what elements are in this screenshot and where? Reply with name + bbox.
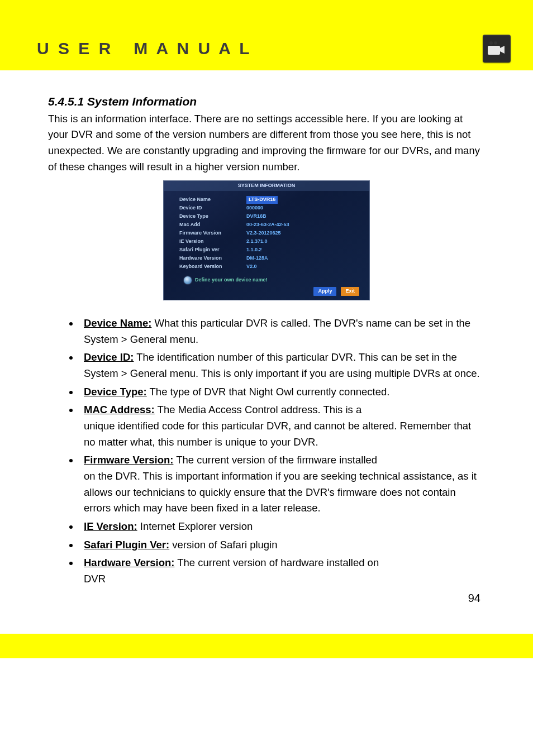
list-item: Firmware Version: The current version of… xyxy=(79,452,485,516)
section-heading: 5.4.5.1 System Information xyxy=(48,93,485,111)
lightbulb-icon xyxy=(184,276,192,284)
dialog-tip-text: Define your own device name! xyxy=(195,276,268,284)
dialog-row: Keyboard VersionV2.0 xyxy=(179,262,361,271)
term-label: Device ID: xyxy=(84,351,134,363)
dialog-row: Hardware VersionDM-128A xyxy=(179,254,361,262)
svg-marker-1 xyxy=(500,46,505,54)
dialog-body: Device NameLTS-DVR16Device ID000000Devic… xyxy=(164,191,369,271)
term-text: The Media Access Control address. This i… xyxy=(155,404,362,415)
term-text: The current version of the firmware inst… xyxy=(173,454,377,466)
list-item: Hardware Version: The current version of… xyxy=(79,555,485,587)
camera-icon xyxy=(483,35,511,63)
term-continuation: DVR xyxy=(84,571,485,587)
system-info-dialog: SYSTEM INFORMATION Device NameLTS-DVR16D… xyxy=(163,180,370,300)
dialog-title: SYSTEM INFORMATION xyxy=(164,181,369,191)
dialog-tip: Define your own device name! xyxy=(184,276,268,284)
dialog-row-label: Hardware Version xyxy=(179,255,246,262)
term-text: Internet Explorer version xyxy=(137,520,253,532)
section-intro: This is an information interface. There … xyxy=(48,111,485,175)
dialog-row-label: Device Type xyxy=(179,213,246,221)
footer-stripe xyxy=(0,634,533,658)
term-label: Device Name: xyxy=(84,317,151,329)
dialog-row-value: V2.3-20120625 xyxy=(246,229,281,237)
term-text: The identification number of this partic… xyxy=(84,351,480,379)
apply-button[interactable]: Apply xyxy=(313,287,336,296)
dialog-row-label: Device ID xyxy=(179,204,246,212)
list-item: Device Name: What this particular DVR is… xyxy=(79,315,485,347)
dialog-row-label: Mac Add xyxy=(179,221,246,229)
exit-button[interactable]: Exit xyxy=(341,287,359,296)
term-continuation: on the DVR. This is important informatio… xyxy=(84,468,485,516)
dialog-row-value: 00-23-63-2A-42-53 xyxy=(246,221,289,229)
dialog-row-label: Device Name xyxy=(179,196,246,204)
list-item: Device Type: The type of DVR that Night … xyxy=(79,384,485,400)
list-item: IE Version: Internet Explorer version xyxy=(79,519,485,535)
dialog-row: IE Version2.1.371.0 xyxy=(179,237,361,246)
term-label: Hardware Version: xyxy=(84,557,174,568)
dialog-row-value: DM-128A xyxy=(246,255,268,262)
term-label: IE Version: xyxy=(84,520,137,532)
dialog-row-value: 000000 xyxy=(246,204,263,212)
topbar-stripe xyxy=(0,0,533,27)
term-label: MAC Address: xyxy=(84,404,155,415)
embedded-screenshot: SYSTEM INFORMATION Device NameLTS-DVR16D… xyxy=(48,180,485,305)
dialog-row: Mac Add00-23-63-2A-42-53 xyxy=(179,221,361,229)
dialog-row-label: IE Version xyxy=(179,238,246,246)
svg-point-3 xyxy=(494,41,497,45)
dialog-row-value: 2.1.371.0 xyxy=(246,238,268,246)
dialog-row: Firmware VersionV2.3-20120625 xyxy=(179,229,361,237)
term-label: Safari Plugin Ver: xyxy=(84,539,169,551)
dialog-row-label: Safari Plugin Ver xyxy=(179,246,246,254)
dialog-row: Device TypeDVR16B xyxy=(179,212,361,221)
dialog-buttons: Apply Exit xyxy=(313,287,359,296)
dialog-row-value: DVR16B xyxy=(246,213,266,221)
term-label: Device Type: xyxy=(84,386,147,398)
list-item: Safari Plugin Ver: version of Safari plu… xyxy=(79,537,485,553)
svg-rect-0 xyxy=(488,46,500,55)
term-continuation: unique identified code for this particul… xyxy=(84,418,485,450)
page-number: 94 xyxy=(48,590,485,607)
manual-title: U S E R M A N U A L xyxy=(37,39,252,58)
dialog-row: Safari Plugin Ver1.1.0.2 xyxy=(179,246,361,254)
list-item: MAC Address: The Media Access Control ad… xyxy=(79,402,485,450)
term-label: Firmware Version: xyxy=(84,454,173,466)
dialog-row: Device NameLTS-DVR16 xyxy=(179,195,361,204)
dialog-row-label: Keyboard Version xyxy=(179,263,246,271)
dialog-row-value: V2.0 xyxy=(246,263,257,271)
page-content: 5.4.5.1 System Information This is an in… xyxy=(0,70,533,629)
dialog-row-value: LTS-DVR16 xyxy=(246,196,278,204)
list-item: Device ID: The identification number of … xyxy=(79,350,485,381)
svg-point-2 xyxy=(489,41,493,45)
term-text: version of Safari plugin xyxy=(169,539,277,551)
dialog-row: Device ID000000 xyxy=(179,204,361,212)
dialog-row-label: Firmware Version xyxy=(179,229,246,237)
dialog-row-value: 1.1.0.2 xyxy=(246,246,262,254)
bullet-list: Device Name: What this particular DVR is… xyxy=(48,315,485,587)
term-text: The current version of hardware installe… xyxy=(174,557,379,568)
header-bar: U S E R M A N U A L xyxy=(0,27,533,70)
term-text: The type of DVR that Night Owl currently… xyxy=(147,386,390,398)
